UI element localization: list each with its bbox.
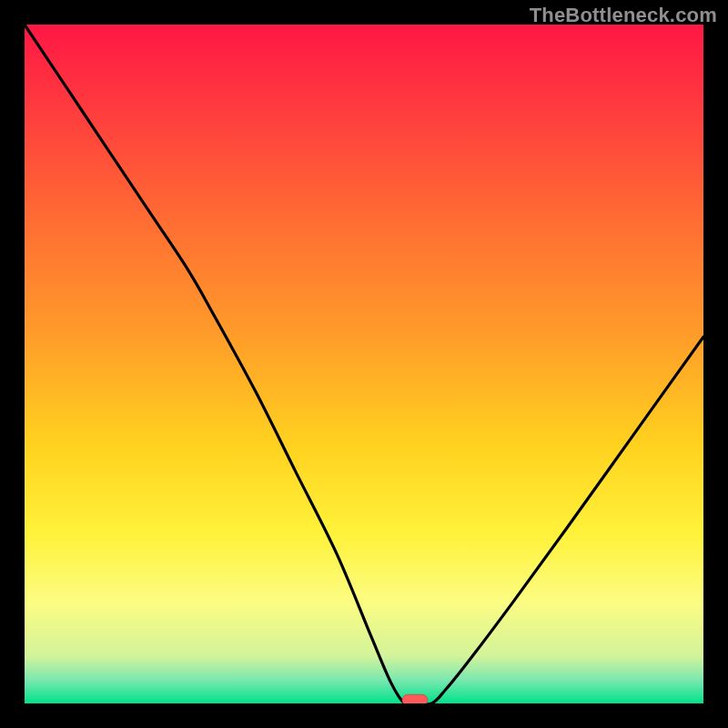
optimal-marker xyxy=(402,694,428,703)
plot-area xyxy=(25,25,703,703)
bottleneck-chart xyxy=(25,25,703,703)
chart-frame: TheBottleneck.com xyxy=(0,0,728,728)
gradient-background xyxy=(25,25,703,703)
